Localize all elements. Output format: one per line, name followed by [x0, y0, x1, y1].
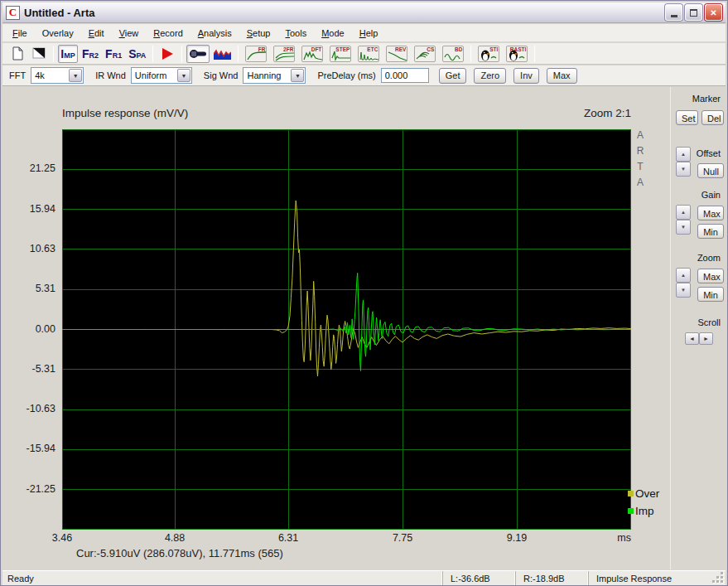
zero-button[interactable]: Zero — [474, 68, 506, 84]
app-icon: C — [6, 6, 20, 20]
gain-max-button[interactable]: Max — [697, 206, 724, 220]
offset-down-button[interactable]: ▼ — [676, 162, 691, 177]
y-tick-label: 0.00 — [2, 323, 55, 336]
offset-spinner: ▲ ▼ — [676, 147, 691, 177]
offset-null-button[interactable]: Null — [697, 163, 724, 178]
minimize-button[interactable] — [665, 4, 682, 21]
menu-setup[interactable]: Setup — [239, 26, 278, 41]
gain-label: Gain — [701, 190, 721, 200]
fr2-mode-button[interactable]: FR2 — [80, 45, 101, 63]
maximize-button[interactable] — [685, 4, 702, 21]
pointer-button[interactable] — [29, 45, 49, 63]
generator-button[interactable] — [186, 45, 210, 63]
menu-view[interactable]: View — [112, 26, 147, 41]
predelay-input[interactable] — [381, 68, 429, 83]
plot-area: Impulse response (mV/V) Zoom 2:1 21.2515… — [2, 87, 727, 569]
close-button[interactable]: ✕ — [705, 4, 722, 21]
y-tick-label: 10.63 — [2, 243, 55, 255]
menu-record[interactable]: Record — [146, 26, 190, 41]
cs-analysis-button[interactable]: CS — [412, 45, 438, 63]
right-level-field: R:-18.9dB — [515, 571, 588, 585]
side-panel: Marker Set Del ▲ ▼ Offset Null Gain ▲ ▼ … — [672, 87, 726, 569]
2fr-curve-icon — [274, 50, 296, 61]
dft-curve-icon — [302, 50, 324, 61]
menu-overlay[interactable]: Overlay — [35, 26, 81, 41]
status-message: Ready — [2, 574, 442, 584]
gain-up-button[interactable]: ▲ — [676, 205, 691, 220]
imp-mode-button[interactable]: IMP — [58, 45, 78, 63]
legend-swatch — [628, 491, 634, 496]
etc-analysis-button[interactable]: ETC — [355, 45, 382, 63]
menu-file[interactable]: File — [5, 26, 35, 41]
signal-view-button[interactable] — [211, 45, 234, 63]
scroll-right-button[interactable]: ► — [699, 332, 713, 345]
new-file-button[interactable] — [7, 45, 27, 63]
zoom-spinner: ▲ ▼ — [676, 268, 691, 298]
rasti-analysis-button[interactable]: RASTI — [504, 45, 530, 63]
y-tick-label: 15.94 — [2, 203, 55, 216]
sig-wnd-value: Hanning — [247, 70, 281, 80]
offset-label: Offset — [697, 148, 721, 158]
legend-label: Over — [635, 487, 659, 500]
sti-analysis-button[interactable]: STI — [475, 45, 502, 63]
zoom-min-button[interactable]: Min — [697, 287, 724, 302]
impulse-plot[interactable] — [62, 129, 631, 530]
fft-select[interactable]: 4k▼ — [31, 67, 84, 84]
zoom-up-button[interactable]: ▲ — [676, 268, 691, 283]
fr-analysis-button[interactable]: FR — [243, 45, 269, 63]
toolbar-separator — [238, 46, 239, 62]
penguin-icon — [507, 48, 528, 61]
toolbar-separator — [534, 46, 535, 62]
step-analysis-button[interactable]: STEP — [327, 45, 354, 63]
record-button[interactable] — [157, 45, 177, 63]
rev-curve-icon — [387, 50, 408, 61]
zoom-ratio-label: Zoom 2:1 — [62, 107, 631, 119]
menu-tools[interactable]: Tools — [278, 26, 315, 41]
bd-analysis-button[interactable]: BD — [440, 45, 466, 63]
imp-label: IMP — [60, 47, 75, 61]
marker-set-button[interactable]: Set — [676, 110, 698, 125]
zoom-label: Zoom — [697, 253, 721, 263]
get-button[interactable]: Get — [439, 68, 467, 84]
max-button[interactable]: Max — [547, 68, 577, 84]
resize-grip[interactable] — [712, 571, 726, 585]
legend-swatch — [628, 508, 634, 514]
2fr-analysis-button[interactable]: 2FR — [271, 45, 297, 63]
offset-up-button[interactable]: ▲ — [676, 147, 691, 162]
y-tick-label: 5.31 — [2, 283, 55, 295]
gain-down-button[interactable]: ▼ — [676, 220, 691, 235]
rev-analysis-button[interactable]: REV — [383, 45, 410, 63]
inv-button[interactable]: Inv — [513, 68, 539, 84]
zoom-down-button[interactable]: ▼ — [676, 283, 691, 298]
spa-mode-button[interactable]: SPA — [126, 45, 148, 63]
scroll-left-button[interactable]: ◄ — [685, 332, 699, 345]
window-title: Untitled - Arta — [24, 7, 663, 19]
sig-wnd-select[interactable]: Hanning▼ — [243, 67, 306, 84]
left-level-field: L:-36.6dB — [442, 571, 515, 585]
controls-bar: FFT 4k▼ IR Wnd Uniform▼ Sig Wnd Hanning▼… — [2, 65, 726, 86]
fr1-label: FR1 — [105, 47, 122, 61]
legend-item-imp: Imp — [628, 502, 659, 520]
step-curve-icon — [330, 50, 352, 61]
dft-analysis-button[interactable]: DFT — [299, 45, 325, 63]
zoom-max-button[interactable]: Max — [697, 269, 724, 283]
penguin-icon — [479, 48, 500, 61]
marker-del-button[interactable]: Del — [701, 110, 724, 125]
ir-wnd-select[interactable]: Uniform▼ — [131, 67, 192, 84]
menu-bar: File Overlay Edit View Record Analysis S… — [2, 24, 726, 42]
menu-mode[interactable]: Mode — [314, 26, 352, 41]
gain-min-button[interactable]: Min — [697, 224, 724, 239]
series-imp — [62, 273, 631, 370]
x-tick-label: 4.88 — [154, 532, 195, 544]
fr1-mode-button[interactable]: FR1 — [103, 45, 124, 63]
title-bar[interactable]: C Untitled - Arta ✕ — [2, 2, 726, 23]
new-document-icon — [12, 46, 24, 61]
menu-analysis[interactable]: Analysis — [190, 26, 239, 41]
toolbar-separator — [53, 46, 54, 62]
fr-curve-icon — [246, 50, 268, 61]
y-tick-label: 21.25 — [2, 162, 55, 175]
menu-edit[interactable]: Edit — [81, 26, 112, 41]
menu-help[interactable]: Help — [352, 26, 386, 41]
impulse-plot-canvas[interactable] — [62, 129, 631, 530]
y-tick-label: -5.31 — [2, 363, 55, 375]
